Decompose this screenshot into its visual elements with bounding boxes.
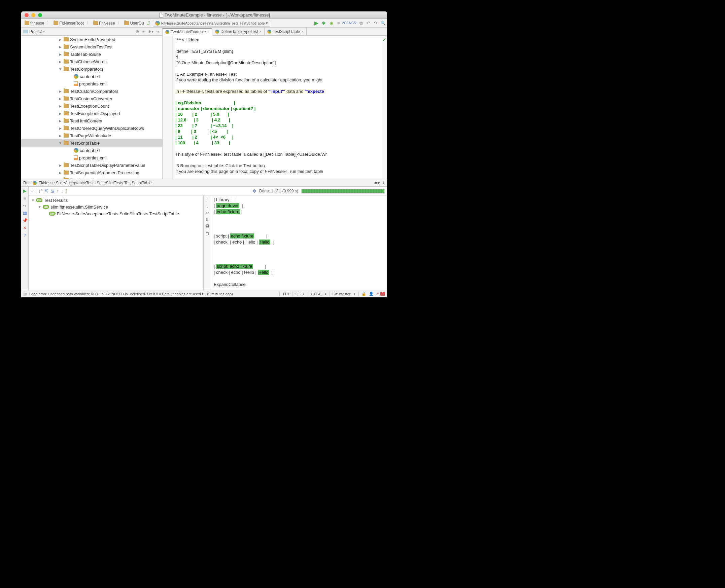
sort-icon[interactable]: ↓ª xyxy=(38,188,42,194)
tree-item[interactable]: ▶TestOrderedQueryWithDuplicateRows xyxy=(21,124,162,132)
filter-icon[interactable]: ⑂ xyxy=(31,188,33,194)
export-icon[interactable]: ⤴ xyxy=(65,188,68,194)
trash-icon[interactable]: 🗑 xyxy=(205,230,210,236)
run-config-selector[interactable]: FitNesse.SuiteAcceptanceTests.SuiteSlimT… xyxy=(153,20,270,26)
hide-icon[interactable]: ⇥ xyxy=(155,29,160,34)
expand-arrow[interactable]: ▶ xyxy=(58,134,62,138)
next-icon[interactable]: ↓ xyxy=(61,188,63,194)
test-output[interactable]: | Library | | page driver | | echo fixtu… xyxy=(211,195,387,290)
editor-tab[interactable]: TwoMinuteExample× xyxy=(163,28,213,36)
tree-item[interactable]: ▶SystemExitIsPrevented xyxy=(21,36,162,43)
close-tab-icon[interactable]: × xyxy=(207,30,209,34)
wrap-icon[interactable]: ↩ xyxy=(205,210,209,216)
pin-icon[interactable]: 📌 xyxy=(22,218,27,223)
line-ending[interactable]: LF xyxy=(296,292,300,296)
titlebar: TwoMinuteExample - fitnesse - [~/Workspa… xyxy=(21,12,387,19)
encoding[interactable]: UTF-8 xyxy=(311,292,321,296)
expand-arrow[interactable]: ▶ xyxy=(58,112,62,115)
code-editor[interactable]: ✔ !***< Hidden !define TEST_SYSTEM {slim… xyxy=(163,36,387,179)
locate-icon[interactable]: ⊕ xyxy=(135,29,140,34)
search-button[interactable]: 🔍 xyxy=(380,21,386,26)
status-icon[interactable]: ▥ xyxy=(23,292,26,296)
gear-icon[interactable]: ✲ xyxy=(253,188,257,194)
expand-icon[interactable]: ⇱ xyxy=(44,188,48,194)
back-button[interactable]: ↶ xyxy=(365,21,371,26)
up-icon[interactable]: ↑ xyxy=(206,197,208,202)
close-tab-icon[interactable]: × xyxy=(260,29,262,34)
tree-item[interactable]: ▶TestScriptTableDisplayParameterValue xyxy=(21,162,162,169)
tree-item[interactable]: ▶TestSequentialArgumentProcessing xyxy=(21,169,162,176)
stop-button[interactable]: ■ xyxy=(22,195,27,201)
collapse-icon[interactable]: ⇤ xyxy=(141,29,147,34)
layout-button[interactable]: ▦ xyxy=(22,210,27,216)
vcs-commit-button[interactable]: VCS↑ xyxy=(351,21,356,26)
cursor-position[interactable]: 11:1 xyxy=(282,292,289,296)
settings-icon[interactable]: ✱▾ xyxy=(374,181,380,185)
tree-item[interactable]: content.txt xyxy=(21,73,162,80)
tree-item[interactable]: ▼TestComparators xyxy=(21,65,162,73)
print-icon[interactable]: 🖶 xyxy=(205,224,210,229)
settings-icon[interactable]: ✱▾ xyxy=(148,29,154,34)
error-badge[interactable]: ⚠1 xyxy=(376,292,385,296)
close-tab-icon[interactable]: × xyxy=(301,29,303,34)
vcs-history-button[interactable]: ⧉ xyxy=(358,21,363,26)
expand-arrow[interactable]: ▶ xyxy=(58,164,62,167)
tree-item[interactable]: ▶TestPageWithInclude xyxy=(21,132,162,139)
debug-button[interactable]: ✱ xyxy=(321,21,326,26)
expand-arrow[interactable]: ▶ xyxy=(58,104,62,108)
exit-button[interactable]: ↪ xyxy=(22,203,27,208)
expand-arrow[interactable]: ▶ xyxy=(58,171,62,174)
fitnesse-file-icon xyxy=(74,148,78,153)
inspection-icon[interactable]: 👤 xyxy=(369,292,374,296)
help-button[interactable]: ? xyxy=(22,232,27,238)
expand-arrow[interactable]: ▶ xyxy=(58,38,62,41)
expand-arrow[interactable]: ▶ xyxy=(58,45,62,49)
tree-item[interactable]: ▶TestSubsetQuery xyxy=(21,176,162,179)
tree-item[interactable]: ▶TableTableSuite xyxy=(21,50,162,58)
prev-icon[interactable]: ↑ xyxy=(57,188,59,194)
sync-icon[interactable]: ⇵ xyxy=(146,21,152,26)
tree-item[interactable]: ▼TestScriptTable xyxy=(21,139,162,147)
expand-arrow[interactable]: ▶ xyxy=(58,97,62,101)
run-button[interactable]: ▶ xyxy=(314,21,319,26)
expand-arrow[interactable]: ▶ xyxy=(58,60,62,64)
status-message[interactable]: Load error: undefined path variables: KO… xyxy=(29,292,277,296)
expand-arrow[interactable]: ▶ xyxy=(58,119,62,123)
down-icon[interactable]: ↓ xyxy=(206,204,208,209)
coverage-button[interactable]: ◉ xyxy=(328,21,334,26)
editor-tab[interactable]: TestScriptTable× xyxy=(265,27,307,35)
git-branch[interactable]: Git: master xyxy=(333,292,351,296)
expand-arrow[interactable]: ▶ xyxy=(58,126,62,130)
close-button[interactable]: ✕ xyxy=(22,225,27,230)
test-results-tree[interactable]: ▼OKTest Results ▼OKslim:fitnesse.slim.Sl… xyxy=(28,195,204,290)
tree-item[interactable]: ▶TestHtmlContent xyxy=(21,117,162,124)
tree-item[interactable]: ▶SystemUnderTestTest xyxy=(21,43,162,50)
tree-item[interactable]: ▶TestCustomComparators xyxy=(21,87,162,95)
scroll-icon[interactable]: ⤋ xyxy=(205,217,209,222)
download-icon[interactable]: ⤓ xyxy=(382,181,385,185)
expand-arrow[interactable]: ▼ xyxy=(58,67,62,71)
lock-icon[interactable]: 🔓 xyxy=(362,292,366,296)
forward-button[interactable]: ↷ xyxy=(373,21,378,26)
close-window[interactable] xyxy=(24,13,28,17)
tree-item[interactable]: ▶TestChineseWords xyxy=(21,58,162,65)
editor-tab[interactable]: DefineTableTypeTest× xyxy=(213,27,265,35)
window-title: TwoMinuteExample - fitnesse - [~/Workspa… xyxy=(165,13,270,18)
minimize-window[interactable] xyxy=(31,13,35,17)
tree-item[interactable]: properties.xml xyxy=(21,154,162,162)
tree-item[interactable]: ▶TestExceptionCount xyxy=(21,102,162,110)
tree-item[interactable]: content.txt xyxy=(21,147,162,154)
maximize-window[interactable] xyxy=(38,13,42,17)
stop-button[interactable]: ■ xyxy=(336,21,341,26)
collapse-icon[interactable]: ⇲ xyxy=(51,188,55,194)
tree-item[interactable]: ▶TestCustomConverter xyxy=(21,95,162,102)
expand-arrow[interactable]: ▶ xyxy=(58,52,62,56)
expand-arrow[interactable]: ▶ xyxy=(58,89,62,93)
vcs-update-button[interactable]: VCS↓ xyxy=(343,21,349,26)
tree-item[interactable]: ▶TestExceptionIsDisplayed xyxy=(21,110,162,117)
run-status: Done: 1 of 1 (0.999 s) xyxy=(259,189,298,193)
rerun-button[interactable]: ▶ xyxy=(22,188,27,193)
breadcrumb[interactable]: fitnesse〉 FitNesseRoot〉 FitNesse〉 UserGu xyxy=(23,20,146,26)
expand-arrow[interactable]: ▼ xyxy=(58,141,62,145)
tree-item[interactable]: properties.xml xyxy=(21,80,162,87)
